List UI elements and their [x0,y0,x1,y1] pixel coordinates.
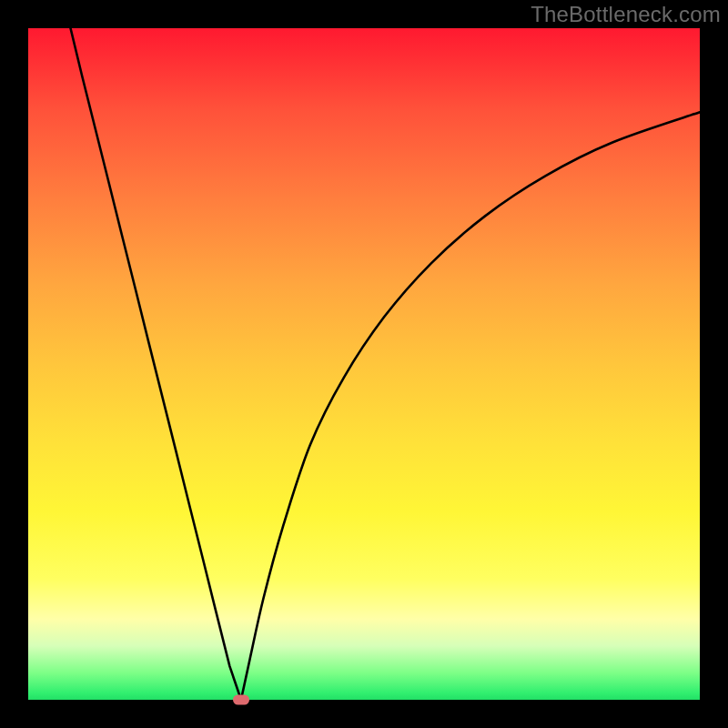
curve-path [71,28,701,700]
bottleneck-curve [28,28,700,700]
min-marker [233,695,249,705]
plot-area [28,28,700,700]
chart-frame: TheBottleneck.com [0,0,728,728]
watermark-text: TheBottleneck.com [531,2,721,27]
